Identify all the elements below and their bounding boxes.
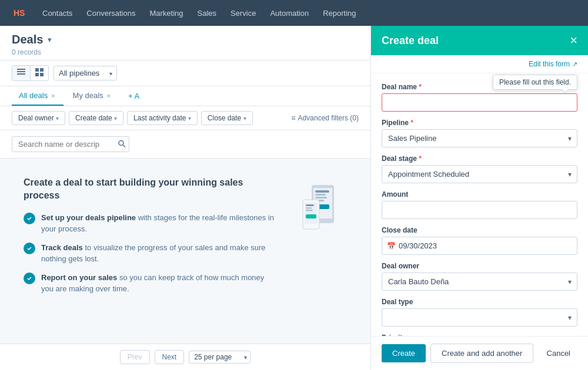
tab-my-deals[interactable]: My deals × — [66, 86, 119, 106]
close-date-filter[interactable]: Close date ▾ — [201, 111, 253, 125]
deal-owner-label: Deal owner — [382, 262, 577, 270]
list-item-icon-3 — [24, 273, 35, 284]
external-link-icon: ↗ — [572, 60, 577, 68]
deal-type-label: Deal type — [382, 298, 577, 306]
pipeline-select-wrapper: Sales Pipeline ▾ — [382, 129, 577, 147]
per-page-select[interactable]: 25 per page 50 per page 100 per page — [189, 351, 250, 364]
deal-stage-group: Deal stage * Appointment Scheduled ▾ — [382, 154, 577, 183]
svg-rect-5 — [35, 68, 39, 72]
tab-all-deals-close[interactable]: × — [50, 92, 56, 99]
modal-title: Create deal — [382, 35, 439, 47]
search-input-wrapper — [12, 136, 129, 152]
prev-button[interactable]: Prev — [120, 350, 150, 364]
svg-rect-15 — [315, 197, 327, 199]
modal-close-button[interactable]: × — [570, 34, 577, 47]
tab-all-deals[interactable]: All deals × — [12, 86, 64, 106]
amount-input[interactable] — [382, 201, 577, 219]
tab-my-deals-close[interactable]: × — [106, 92, 112, 99]
filter-icon: ≡ — [292, 114, 296, 122]
edit-form-link[interactable]: Edit this form ↗ — [529, 60, 577, 68]
close-date-group: Close date 📅 — [382, 226, 577, 255]
deal-owner-select[interactable]: Carla Bauto Deña — [382, 273, 577, 291]
page-title: Deals — [12, 33, 43, 46]
close-date-input[interactable] — [382, 237, 577, 255]
validation-tooltip: Please fill out this field. — [493, 75, 577, 90]
deal-type-select[interactable] — [382, 308, 577, 327]
deal-type-select-wrapper: ▾ — [382, 308, 577, 327]
next-button[interactable]: Next — [155, 350, 185, 364]
svg-rect-4 — [17, 73, 25, 75]
svg-rect-21 — [306, 207, 312, 209]
empty-state-list: Set up your deals pipeline with stages f… — [24, 212, 276, 295]
pipeline-select[interactable]: All pipelines — [54, 66, 117, 80]
list-item: Track deals to visualize the progress of… — [24, 242, 276, 265]
deal-name-input-wrapper: Please fill out this field. — [382, 93, 577, 112]
deal-name-group: Deal name * Please fill out this field. — [382, 83, 577, 112]
empty-state-content: Create a deal to start building your win… — [24, 176, 276, 295]
svg-rect-23 — [306, 214, 316, 218]
deal-owner-filter[interactable]: Deal owner ▾ — [12, 111, 65, 125]
last-activity-date-filter[interactable]: Last activity date ▾ — [127, 111, 198, 125]
create-and-add-button[interactable]: Create and add another — [430, 344, 533, 363]
title-caret-icon[interactable]: ▾ — [48, 35, 52, 44]
nav-item-contacts[interactable]: Contacts — [35, 0, 79, 26]
empty-state-heading: Create a deal to start building your win… — [24, 176, 276, 203]
deal-stage-select-wrapper: Appointment Scheduled ▾ — [382, 165, 577, 183]
list-view-button[interactable] — [12, 66, 31, 80]
filter-bar: Deal owner ▾ Create date ▾ Last activity… — [0, 106, 370, 130]
svg-rect-2 — [17, 69, 25, 70]
svg-rect-20 — [306, 204, 314, 206]
modal-header: Create deal × — [371, 26, 588, 55]
nav-item-sales[interactable]: Sales — [191, 0, 224, 26]
svg-line-10 — [123, 145, 126, 147]
left-panel: Deals ▾ 0 records All pipelines ▾ — [0, 26, 370, 370]
amount-label: Amount — [382, 190, 577, 199]
nav-item-automation[interactable]: Automation — [263, 0, 316, 26]
pipeline-group: Pipeline * Sales Pipeline ▾ — [382, 119, 577, 147]
deals-header: Deals ▾ 0 records — [0, 26, 370, 60]
svg-rect-6 — [40, 68, 44, 72]
pipeline-field-select[interactable]: Sales Pipeline — [382, 129, 577, 147]
list-item-icon-2 — [24, 243, 35, 254]
form-body: Deal name * Please fill out this field. … — [371, 73, 588, 336]
nav-logo[interactable]: HS — [9, 5, 26, 21]
search-input[interactable] — [12, 136, 129, 152]
svg-rect-3 — [17, 71, 25, 72]
illustration — [294, 182, 347, 248]
deal-name-input[interactable] — [382, 93, 577, 112]
pagination-bar: Prev Next 25 per page 50 per page 100 pe… — [0, 344, 370, 370]
modal-subheader: Edit this form ↗ — [371, 55, 588, 73]
svg-rect-14 — [315, 194, 326, 196]
filter-tab-bar: All deals × My deals × + A — [0, 86, 370, 106]
cancel-button[interactable]: Cancel — [540, 344, 577, 362]
nav-item-reporting[interactable]: Reporting — [316, 0, 363, 26]
list-item-icon-1 — [24, 213, 35, 224]
search-bar — [0, 130, 370, 159]
deal-stage-select[interactable]: Appointment Scheduled — [382, 165, 577, 183]
grid-view-button[interactable] — [31, 66, 48, 80]
nav-item-marketing[interactable]: Marketing — [142, 0, 190, 26]
toolbar: All pipelines ▾ — [0, 60, 370, 86]
svg-text:HS: HS — [14, 8, 25, 18]
svg-rect-8 — [40, 73, 44, 76]
per-page-wrapper: 25 per page 50 per page 100 per page ▾ — [189, 351, 250, 364]
view-toggle — [12, 65, 49, 81]
amount-group: Amount — [382, 190, 577, 219]
create-date-filter[interactable]: Create date ▾ — [69, 111, 123, 125]
svg-rect-7 — [35, 73, 39, 76]
search-submit-button[interactable] — [118, 139, 126, 149]
svg-rect-22 — [306, 210, 313, 211]
svg-rect-13 — [315, 190, 329, 193]
nav-item-conversations[interactable]: Conversations — [79, 0, 142, 26]
nav-item-service[interactable]: Service — [223, 0, 263, 26]
advanced-filters-button[interactable]: ≡ Advanced filters (0) — [292, 114, 359, 122]
close-date-input-wrapper: 📅 — [382, 237, 577, 255]
list-item: Set up your deals pipeline with stages f… — [24, 212, 276, 235]
deal-owner-group: Deal owner Carla Bauto Deña ▾ — [382, 262, 577, 291]
create-button[interactable]: Create — [382, 344, 426, 362]
create-deal-modal: Create deal × Edit this form ↗ Deal name… — [370, 26, 588, 370]
top-nav: HS Contacts Conversations Marketing Sale… — [0, 0, 588, 26]
empty-state: Create a deal to start building your win… — [0, 159, 370, 344]
pipeline-dropdown-wrapper: All pipelines ▾ — [54, 66, 117, 80]
add-tab-button[interactable]: + A — [121, 87, 146, 105]
